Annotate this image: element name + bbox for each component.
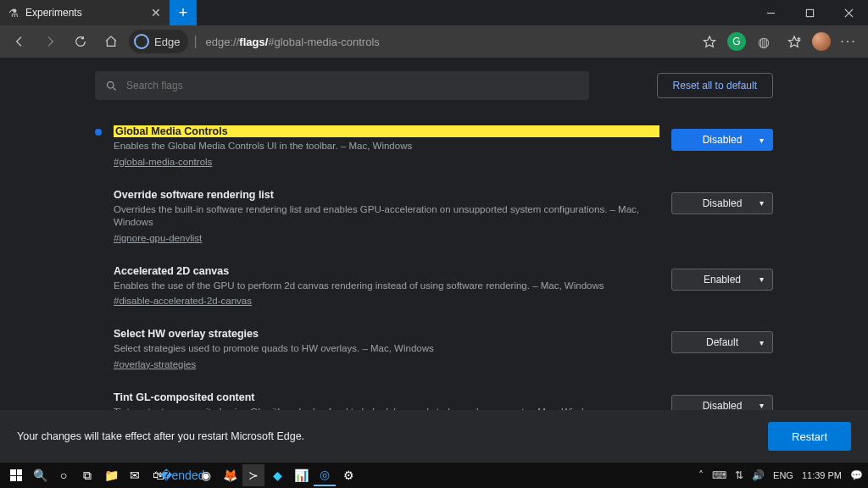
profile-avatar[interactable] xyxy=(812,32,831,51)
flag-state-select[interactable]: Disabled▾ xyxy=(671,192,773,214)
tray-up-icon[interactable]: ˄ xyxy=(698,469,704,481)
edge-indicator: Edge xyxy=(129,30,188,53)
flag-state-label: Disabled xyxy=(703,134,743,146)
cortana-icon[interactable]: ○ xyxy=(53,464,75,486)
flag-name: Accelerated 2D canvas xyxy=(114,265,659,277)
tab-title: Experiments xyxy=(25,7,82,19)
settings-icon[interactable]: ⚙ xyxy=(337,464,359,486)
reset-all-button[interactable]: Reset all to default xyxy=(657,73,773,98)
close-icon[interactable]: ✕ xyxy=(151,6,161,19)
clock[interactable]: 11:39 PM xyxy=(802,470,842,480)
flag-state-label: Disabled xyxy=(703,400,743,410)
flag-row: Tint GL-composited contentTint contents … xyxy=(95,385,773,410)
language-indicator[interactable]: ENG xyxy=(773,470,793,480)
content-area: Reset all to default Global Media Contro… xyxy=(0,58,868,410)
svg-marker-4 xyxy=(704,36,715,47)
flag-name: Tint GL-composited content xyxy=(114,391,659,403)
chevron-down-icon: ▾ xyxy=(760,136,764,145)
flag-state-select[interactable]: Enabled▾ xyxy=(671,269,773,291)
window-close-button[interactable] xyxy=(829,0,868,25)
flag-state-label: Enabled xyxy=(704,274,741,286)
edge-label: Edge xyxy=(154,36,180,48)
flag-anchor-link[interactable]: #overlay-strategies xyxy=(114,359,196,369)
flag-anchor-link[interactable]: #disable-accelerated-2d-canvas xyxy=(114,296,252,306)
more-button[interactable]: ··· xyxy=(836,29,861,54)
chrome-icon[interactable]: ◉ xyxy=(195,464,217,486)
flag-description: Select strategies used to promote quads … xyxy=(114,342,659,356)
flag-name: Override software rendering list xyxy=(114,189,659,201)
svg-point-8 xyxy=(108,81,114,88)
action-center-icon[interactable]: 💬 xyxy=(850,469,863,481)
svg-marker-5 xyxy=(788,36,799,47)
address-bar[interactable]: edge://flags/#global-media-controls xyxy=(203,30,692,53)
svg-rect-1 xyxy=(806,9,813,16)
app-icon-1[interactable]: ◆ xyxy=(266,464,288,486)
banner-message: Your changes will take effect after you … xyxy=(17,430,304,442)
taskbar: 🔍 ○ ⧉ 📁 ✉ 🛍 �ended ◉ 🦊 ≻ ◆ 📊 ◎ ⚙ ˄ ⌨ ⇅ 🔊… xyxy=(0,463,868,488)
flag-description: Overrides the built-in software renderin… xyxy=(114,203,659,230)
edge-taskbar-icon[interactable]: ◎ xyxy=(314,464,336,486)
new-tab-button[interactable]: + xyxy=(170,0,197,25)
flag-state-label: Default xyxy=(706,336,738,348)
file-explorer-icon[interactable]: 📁 xyxy=(100,464,122,486)
maximize-button[interactable] xyxy=(790,0,829,25)
search-icon xyxy=(105,80,118,92)
search-input[interactable] xyxy=(126,80,579,92)
flag-anchor-link[interactable]: #ignore-gpu-denylist xyxy=(114,233,202,243)
start-button[interactable] xyxy=(5,464,27,486)
search-flags-field[interactable] xyxy=(95,71,589,100)
browser-tab-experiments[interactable]: ⚗ Experiments ✕ xyxy=(0,0,170,25)
restart-banner: Your changes will take effect after you … xyxy=(0,410,868,463)
app-icon-2[interactable]: 📊 xyxy=(290,464,312,486)
flag-row: Global Media ControlsEnables the Global … xyxy=(95,119,773,182)
chevron-down-icon: ▾ xyxy=(760,401,764,410)
vscode-icon[interactable]: �ended xyxy=(171,464,193,486)
flag-state-select[interactable]: Disabled▾ xyxy=(671,129,773,151)
minimize-button[interactable] xyxy=(751,0,790,25)
taskbar-search[interactable]: 🔍 xyxy=(29,464,51,486)
flag-state-label: Disabled xyxy=(703,197,743,209)
favorites-bar-button[interactable] xyxy=(782,29,807,54)
refresh-button[interactable] xyxy=(68,29,93,54)
network-icon[interactable]: ⇅ xyxy=(735,469,743,481)
terminal-icon[interactable]: ≻ xyxy=(242,464,264,486)
chevron-down-icon: ▾ xyxy=(760,198,764,208)
toolbar: Edge | edge://flags/#global-media-contro… xyxy=(0,25,868,58)
volume-icon[interactable]: 🔊 xyxy=(752,469,765,481)
edge-icon xyxy=(134,34,149,49)
flag-description: Tint contents composited using GL with a… xyxy=(114,406,659,410)
svg-line-9 xyxy=(113,87,115,90)
home-button[interactable] xyxy=(98,29,124,54)
forward-button[interactable] xyxy=(37,29,63,54)
separator: | xyxy=(193,34,197,49)
flag-row: Override software rendering listOverride… xyxy=(95,182,773,258)
grammarly-icon[interactable]: G xyxy=(727,32,746,51)
titlebar: ⚗ Experiments ✕ + xyxy=(0,0,868,25)
extension-icon[interactable]: ◍ xyxy=(751,29,776,54)
flag-anchor-link[interactable]: #global-media-controls xyxy=(114,157,212,167)
flag-description: Enables the use of the GPU to perform 2d… xyxy=(114,280,659,293)
keyboard-icon[interactable]: ⌨ xyxy=(712,469,726,481)
flag-description: Enables the Global Media Controls UI in … xyxy=(114,140,659,153)
flag-state-select[interactable]: Default▾ xyxy=(671,331,773,353)
mail-icon[interactable]: ✉ xyxy=(124,464,146,486)
modified-marker xyxy=(95,129,102,136)
back-button[interactable] xyxy=(7,29,32,54)
task-view-icon[interactable]: ⧉ xyxy=(76,464,98,486)
firefox-icon[interactable]: 🦊 xyxy=(219,464,241,486)
favorite-button[interactable] xyxy=(697,29,722,54)
flag-state-select[interactable]: Disabled▾ xyxy=(671,395,773,410)
flag-name: Select HW overlay strategies xyxy=(114,328,659,340)
flag-row: Accelerated 2D canvasEnables the use of … xyxy=(95,258,773,322)
restart-button[interactable]: Restart xyxy=(768,422,851,451)
flag-row: Select HW overlay strategiesSelect strat… xyxy=(95,321,773,385)
flask-icon: ⚗ xyxy=(8,7,19,19)
chevron-down-icon: ▾ xyxy=(760,274,764,284)
flag-name: Global Media Controls xyxy=(114,125,659,137)
chevron-down-icon: ▾ xyxy=(760,338,764,347)
